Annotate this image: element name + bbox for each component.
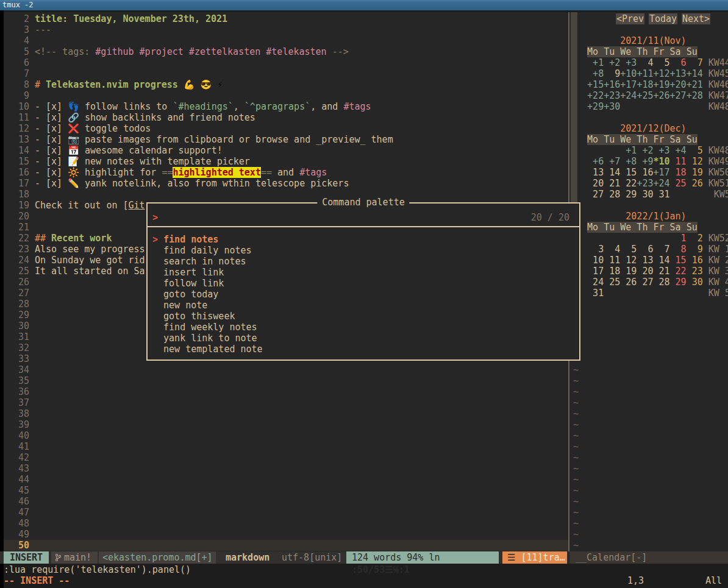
calendar-day[interactable]: 21 [604,178,620,189]
calendar-day[interactable]: +17 [620,79,637,90]
palette-item[interactable]: follow link [152,278,574,289]
calendar-day[interactable]: +1 [587,57,604,68]
calendar-prev-button[interactable]: <Prev [616,13,644,24]
calendar-day[interactable]: 3 [587,244,604,255]
palette-item[interactable]: find daily notes [152,245,574,256]
calendar-day[interactable]: 11 [670,156,687,167]
calendar-day[interactable]: 8 [670,244,687,255]
calendar-next-button[interactable]: Next> [682,13,710,24]
calendar-day[interactable]: 29 [670,277,687,288]
calendar-day[interactable]: 16 [687,255,703,266]
filename-segment[interactable]: <ekasten.promo.md[+] [99,551,216,564]
calendar-day[interactable]: 13 [587,167,604,178]
calendar-day[interactable]: 31 [587,288,604,299]
calendar-day[interactable]: 26 [687,178,703,189]
palette-item[interactable]: goto thisweek [152,311,574,322]
calendar-day[interactable]: +30 [604,101,620,112]
calendar-day[interactable]: 1 [670,233,687,244]
calendar-day[interactable]: +4 [670,145,687,156]
calendar-day[interactable]: 30 [637,189,653,200]
calendar-day[interactable]: 4 [604,244,620,255]
calendar-day[interactable]: 21 [653,266,669,277]
calendar-day[interactable]: 27 [637,277,653,288]
calendar-day[interactable]: +27 [670,90,687,101]
calendar-day[interactable]: 18 [670,167,687,178]
calendar-day[interactable]: 5 [620,244,637,255]
calendar-day[interactable]: +25 [637,90,653,101]
palette-item[interactable]: > find notes [152,234,574,245]
calendar-day[interactable]: +9 [637,156,653,167]
palette-item[interactable]: goto today [152,289,574,300]
calendar-day[interactable]: 4 [637,57,653,68]
trailing-whitespace-segment[interactable]: ☰ [11]tra… [502,551,567,564]
calendar-day[interactable]: 20 [587,178,604,189]
palette-item[interactable]: new note [152,300,574,311]
calendar-day[interactable]: 13 [637,255,653,266]
calendar-day[interactable]: 6 [670,57,687,68]
calendar-day[interactable]: 2 [687,233,703,244]
calendar-day[interactable]: 28 [604,189,620,200]
calendar-day[interactable]: 31 [653,189,669,200]
calendar-day[interactable]: 23 [687,266,703,277]
calendar-day[interactable]: 10 [587,255,604,266]
calendar-day[interactable]: 19 [620,266,637,277]
calendar-day[interactable]: +18 [637,79,653,90]
calendar-day[interactable]: +2 [637,145,653,156]
palette-prompt-caret[interactable]: > [152,212,158,223]
calendar-day[interactable]: +29 [587,101,604,112]
calendar-day[interactable]: 29 [620,189,637,200]
calendar-day[interactable]: 20 [637,266,653,277]
calendar-day[interactable]: +6 [587,156,604,167]
calendar-day[interactable]: 24 [587,277,604,288]
calendar-day[interactable]: 14 [653,255,669,266]
calendar-day[interactable]: +13 [670,68,687,79]
command-line[interactable]: :lua require('telekasten').panel() [4,564,191,575]
calendar-day[interactable]: +26 [653,90,669,101]
calendar-day[interactable]: +3 [653,145,669,156]
calendar-day[interactable]: 18 [604,266,620,277]
calendar-day[interactable]: 14 [604,167,620,178]
palette-item[interactable]: yank link to note [152,333,574,344]
calendar-day[interactable]: 12 [620,255,637,266]
calendar-day[interactable]: 9 [687,244,703,255]
calendar-day[interactable]: 12 [687,156,703,167]
git-branch-segment[interactable]: main! [51,551,98,564]
calendar-day[interactable]: 5 [653,57,669,68]
calendar-day[interactable]: +1 [620,145,637,156]
calendar-day[interactable]: 25 [604,277,620,288]
calendar-day[interactable]: 17 [587,266,604,277]
palette-item[interactable]: search in notes [152,256,574,267]
calendar-day[interactable]: +11 [637,68,653,79]
calendar-day[interactable]: +20 [670,79,687,90]
calendar-day[interactable]: +8 [587,68,604,79]
palette-item[interactable]: new templated note [152,344,574,355]
calendar-today-button[interactable]: Today [649,13,677,24]
calendar-day[interactable]: 26 [620,277,637,288]
calendar-day[interactable]: +14 [687,68,703,79]
calendar-day[interactable]: *10 [653,156,669,167]
calendar-day[interactable]: 6 [637,244,653,255]
calendar-day[interactable]: 25 [670,178,687,189]
calendar-day[interactable]: +24 [620,90,637,101]
calendar-day[interactable]: +17 [653,167,669,178]
calendar-day[interactable]: +16 [604,79,620,90]
calendar-day[interactable]: +8 [620,156,637,167]
calendar-day[interactable]: 28 [653,277,669,288]
calendar-day[interactable]: +3 [620,57,637,68]
calendar-day[interactable]: +10 [620,68,637,79]
calendar-day[interactable]: 7 [687,57,703,68]
calendar-day[interactable]: +12 [653,68,669,79]
calendar-day[interactable]: +22 [587,90,604,101]
calendar-day[interactable]: 11 [604,255,620,266]
calendar-day[interactable]: +23 [637,178,653,189]
palette-item[interactable]: insert link [152,267,574,278]
calendar-day[interactable]: 30 [687,277,703,288]
calendar-day[interactable]: 9 [604,68,620,79]
calendar-day[interactable]: +28 [687,90,703,101]
calendar-day[interactable]: +2 [604,57,620,68]
calendar-day[interactable]: +24 [653,178,669,189]
calendar-day[interactable]: +21 [687,79,703,90]
calendar-day[interactable]: 22 [670,266,687,277]
calendar-day[interactable]: +15 [587,79,604,90]
calendar-day[interactable]: +23 [604,90,620,101]
